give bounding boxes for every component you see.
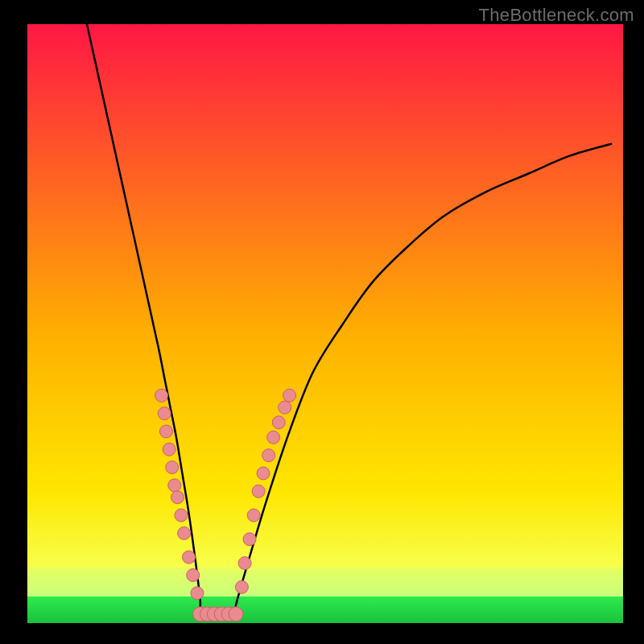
chart-svg <box>0 0 644 644</box>
dot-left <box>155 389 168 402</box>
dot-left <box>171 491 184 504</box>
dot-left <box>168 479 181 492</box>
dot-bottom <box>229 607 243 621</box>
dot-left <box>183 551 196 564</box>
dot-right <box>252 485 265 497</box>
dot-right <box>262 449 275 462</box>
plot-area <box>27 24 623 623</box>
dot-left <box>187 568 200 581</box>
dot-left <box>191 587 204 600</box>
dot-right <box>257 467 270 480</box>
dot-right <box>243 533 256 546</box>
dot-right <box>272 416 285 429</box>
dot-left <box>159 425 172 438</box>
dot-right <box>267 431 280 444</box>
dot-left <box>166 461 179 474</box>
dot-right <box>235 580 248 593</box>
watermark-text: TheBottleneck.com <box>479 5 634 26</box>
dot-left <box>178 526 191 539</box>
dot-left <box>163 443 175 456</box>
dot-left <box>175 509 188 522</box>
dot-right <box>279 401 291 414</box>
dot-right <box>283 389 296 402</box>
dot-left <box>158 407 171 420</box>
dot-right <box>238 557 251 570</box>
dot-right <box>247 509 260 522</box>
chart-stage: { "watermark": "TheBottleneck.com", "col… <box>0 0 644 644</box>
